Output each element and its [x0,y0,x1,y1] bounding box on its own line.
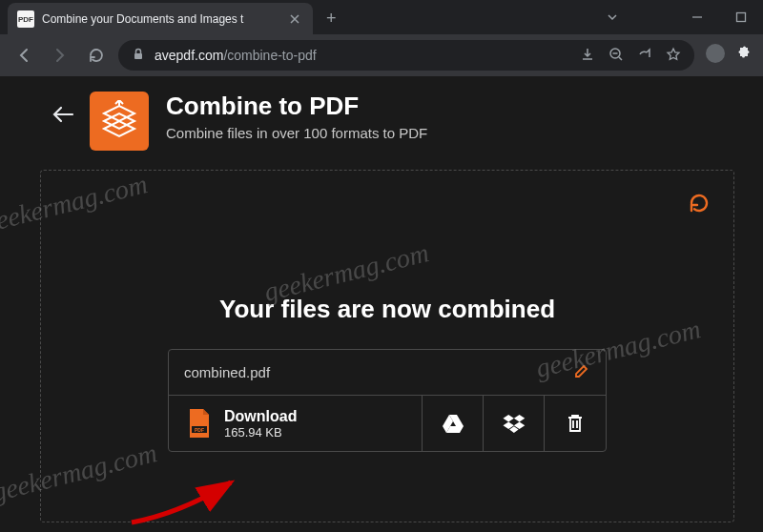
new-tab-button[interactable]: + [326,9,337,29]
extension-icon-1[interactable] [706,44,725,63]
window-controls [675,0,763,34]
download-button[interactable]: PDF Download 165.94 KB [169,396,423,451]
dropbox-icon [503,413,526,434]
url-text: avepdf.com/combine-to-pdf [155,48,317,63]
page-title: Combine to PDF [166,92,427,121]
close-tab-icon[interactable] [286,10,303,28]
svg-text:PDF: PDF [195,427,204,433]
url-path: /combine-to-pdf [223,48,316,63]
page-back-arrow[interactable] [52,105,74,128]
url-host: avepdf.com [155,48,223,63]
edit-filename-icon[interactable] [573,362,590,383]
download-text: Download 165.94 KB [224,408,297,440]
browser-titlebar: PDF Combine your Documents and Images t … [0,0,763,34]
tab-title: Combine your Documents and Images t [42,12,278,26]
back-button[interactable] [10,41,38,70]
delete-button[interactable] [545,396,606,451]
tab-dropdown-icon[interactable] [605,10,620,29]
title-block: Combine to PDF Combine files in over 100… [166,92,427,141]
combine-tool-icon [90,92,149,151]
browser-toolbar: avepdf.com/combine-to-pdf [0,34,763,76]
filename-row: combined.pdf [169,350,606,396]
reload-button[interactable] [82,41,111,70]
tab-favicon: PDF [17,10,34,28]
svg-line-4 [619,57,622,60]
actions-row: PDF Download 165.94 KB [169,396,606,451]
svg-rect-1 [737,13,746,22]
svg-rect-2 [134,53,142,59]
star-icon[interactable] [666,47,681,65]
result-heading: Your files are now combined [219,295,555,324]
google-drive-button[interactable] [423,396,484,451]
google-drive-icon [442,413,464,434]
maximize-button[interactable] [719,0,763,34]
puzzle-icon[interactable] [734,44,753,67]
minimize-button[interactable] [675,0,719,34]
pdf-file-icon: PDF [186,407,213,440]
lock-icon [132,48,145,64]
page-subtitle: Combine files in over 100 formats to PDF [166,125,427,141]
zoom-out-icon[interactable] [608,47,624,65]
forward-button[interactable] [46,41,74,70]
page-content: Combine to PDF Combine files in over 100… [0,76,763,532]
share-icon[interactable] [637,47,652,65]
output-filename: combined.pdf [184,364,573,380]
result-card: combined.pdf PDF Download 165.94 KB [168,349,607,452]
trash-icon [566,413,585,434]
extension-icons [706,44,753,67]
restart-icon[interactable] [686,190,712,220]
dropbox-button[interactable] [484,396,545,451]
file-size: 165.94 KB [224,425,297,440]
page-header: Combine to PDF Combine files in over 100… [0,92,763,151]
install-icon[interactable] [580,47,595,65]
result-area: Your files are now combined combined.pdf… [40,170,734,522]
address-bar[interactable]: avepdf.com/combine-to-pdf [118,40,694,71]
download-label: Download [224,408,297,425]
browser-tab[interactable]: PDF Combine your Documents and Images t [8,3,313,35]
